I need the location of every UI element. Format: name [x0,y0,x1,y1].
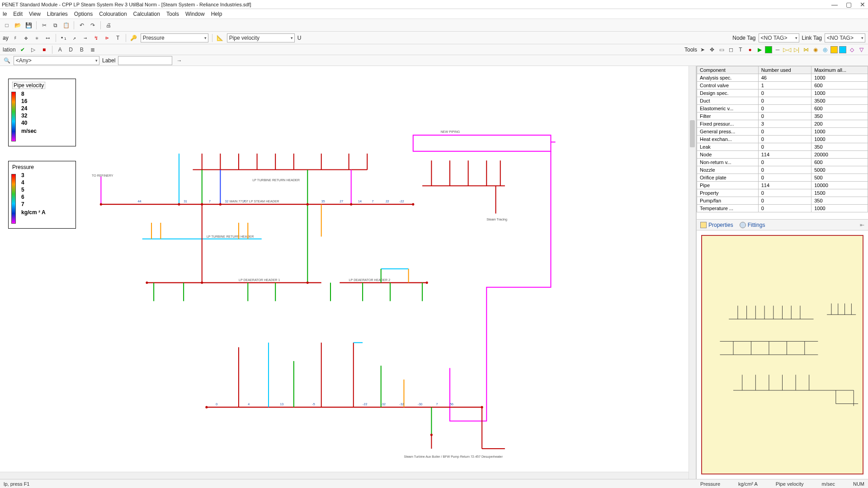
svg-text:44: 44 [138,200,142,203]
pipe-draw-icon[interactable]: ─ [774,46,782,54]
table-row[interactable]: Elastomeric v...0600 [697,105,868,113]
minimize-button[interactable]: — [831,1,838,8]
tab-properties[interactable]: Properties [700,222,733,228]
status-green-icon[interactable] [765,46,772,53]
grid-header-max[interactable]: Maximum all... [811,66,868,74]
text-label-icon[interactable]: T [736,46,745,54]
open-icon[interactable]: 📂 [14,21,22,29]
move-icon[interactable]: ✥ [22,34,30,42]
title-bar: PENET Standard Module - CPP LP Steam Sys… [0,0,868,9]
run-sim-icon[interactable]: ▶ [755,46,764,54]
control-valve-icon[interactable]: ⋈ [802,46,810,54]
nozzle-icon[interactable]: ▽ [857,46,865,54]
svg-text:4: 4 [248,403,250,406]
orifice-icon[interactable]: ◇ [848,46,856,54]
snap-grid-icon[interactable]: ♯ [11,34,19,42]
cut-icon[interactable]: ✂ [40,21,48,29]
save-icon[interactable]: 💾 [24,21,33,29]
table-row[interactable]: Non-return v...0600 [697,159,868,166]
menu-options[interactable]: Options [74,11,93,17]
colour-scheme-2-combo[interactable]: Pipe velocity [227,33,295,42]
table-row[interactable]: Filter0350 [697,113,868,120]
menu-window[interactable]: Window [185,11,205,17]
table-row[interactable]: Temperature ...01000 [697,205,868,212]
table-row[interactable]: Control valve1600 [697,82,868,89]
menu-calculation[interactable]: Calculation [133,11,160,17]
table-row[interactable]: Pump/fan0350 [697,197,868,205]
canvas-hscroll[interactable] [0,472,689,479]
menu-view[interactable]: View [29,11,41,17]
node-tool-icon[interactable]: •₁ [60,34,68,42]
table-row[interactable]: Orifice plate0500 [697,174,868,182]
table-row[interactable]: Pipe11410000 [697,182,868,189]
table-row[interactable]: Heat exchan...01000 [697,136,868,143]
node-tag-combo[interactable]: <NO TAG> [759,33,799,42]
mode-d-icon[interactable]: D [67,46,75,54]
search-label-input[interactable] [118,56,172,65]
valve-tool-icon[interactable]: ⊳ [103,34,111,42]
pump-icon[interactable]: ◉ [811,46,820,54]
pipe-tool-icon[interactable]: ↗ [71,34,79,42]
close-button[interactable]: ✕ [860,1,865,8]
legend-velocity: Pipe velocity 8 16 24 32 40 m/sec [8,79,76,146]
table-row[interactable]: General press...01000 [697,128,868,136]
panel-pin-icon[interactable]: ⇤ [860,222,864,228]
redo-icon[interactable]: ↷ [89,21,97,29]
colour-key-icon[interactable]: 🔑 [130,34,138,42]
filter-comp-icon[interactable] [830,46,838,53]
table-row[interactable]: Property01500 [697,189,868,197]
maximize-button[interactable]: ▢ [846,1,852,8]
mode-list-icon[interactable]: ≣ [89,46,97,54]
compressor-icon[interactable]: ◎ [821,46,829,54]
node-add-icon[interactable]: ● [746,46,754,54]
table-row[interactable]: Leak0350 [697,143,868,151]
select-tool-icon[interactable]: ◻ [727,46,735,54]
menu-edit[interactable]: Edit [13,11,23,17]
menu-colouration[interactable]: Colouration [99,11,127,17]
search-icon[interactable]: 🔍 [3,56,11,65]
heat-tool-icon[interactable]: ↯ [92,34,100,42]
pointer-tool-icon[interactable]: ➤ [698,46,707,54]
calc-stop-icon[interactable]: ■ [40,46,48,54]
link-tag-combo[interactable]: <NO TAG> [825,33,865,42]
text-tool-icon[interactable]: T [114,34,122,42]
colour-key2-icon[interactable]: 📐 [216,34,224,42]
menu-file[interactable]: le [3,11,7,17]
table-row[interactable]: Duct03500 [697,97,868,105]
schematic-canvas[interactable]: NEW PIPING MAIN 771/07 LP STEAM HEADER L… [0,66,696,479]
check-valve-icon[interactable]: ▷| [793,46,801,54]
component-usage-grid[interactable]: Component Number used Maximum all... Ana… [697,66,868,220]
menu-tools[interactable]: Tools [166,11,179,17]
table-row[interactable]: Nozzle05000 [697,166,868,174]
paste-icon[interactable]: 📋 [62,21,70,29]
tab-fittings[interactable]: Fittings [740,222,765,228]
canvas-vscroll[interactable] [689,66,696,479]
menu-help[interactable]: Help [211,11,222,17]
horiz-align-icon[interactable]: ⟷ [44,34,52,42]
table-row[interactable]: Analysis spec.461000 [697,74,868,82]
print-icon[interactable]: 🖨 [104,21,113,29]
calc-step-icon[interactable]: ▷ [29,46,38,54]
table-row[interactable]: Node11420000 [697,151,868,159]
snap-node-icon[interactable]: ✳ [33,34,41,42]
heatex-comp-icon[interactable] [839,46,846,53]
arrow-tool-icon[interactable]: → [81,34,90,42]
search-go-icon[interactable]: → [175,56,183,65]
zoom-window-icon[interactable]: ▭ [717,46,726,54]
search-type-combo[interactable]: <Any> [14,56,99,65]
pan-tool-icon[interactable]: ✥ [708,46,716,54]
valve-icon[interactable]: ▷◁ [783,46,791,54]
copy-icon[interactable]: ⧉ [51,21,59,29]
grid-header-used[interactable]: Number used [758,66,811,74]
undo-icon[interactable]: ↶ [78,21,86,29]
menu-libraries[interactable]: Libraries [47,11,68,17]
grid-header-component[interactable]: Component [697,66,759,74]
calc-run-icon[interactable]: ✔ [19,46,27,54]
overview-map[interactable] [697,230,868,479]
new-icon[interactable]: □ [3,21,11,29]
mode-b-icon[interactable]: B [78,46,86,54]
colour-scheme-1-combo[interactable]: Pressure [141,33,208,42]
mode-a-icon[interactable]: A [56,46,64,54]
table-row[interactable]: Design spec.01000 [697,89,868,97]
table-row[interactable]: Fixed pressur...3200 [697,120,868,128]
